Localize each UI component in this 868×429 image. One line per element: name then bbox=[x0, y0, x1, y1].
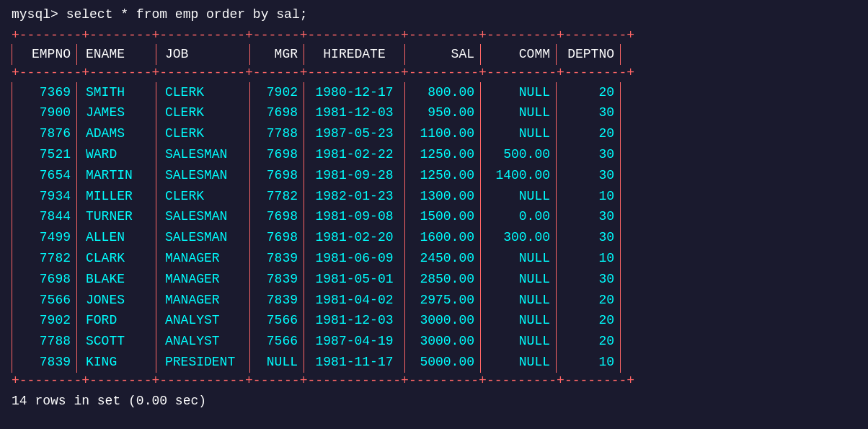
table-row: 7499ALLENSALESMAN76981981-02-201600.0030… bbox=[12, 227, 856, 248]
cell-empno: 7876 bbox=[12, 123, 76, 144]
cell-comm: NULL bbox=[480, 82, 556, 103]
cell-comm: NULL bbox=[480, 331, 556, 352]
cell-mgr: 7698 bbox=[249, 206, 304, 227]
cell-mgr: 7839 bbox=[249, 248, 304, 269]
cell-mgr: 7698 bbox=[249, 165, 304, 186]
cell-sal: 1250.00 bbox=[404, 144, 480, 165]
cell-empno: 7698 bbox=[12, 269, 76, 290]
cell-comm: NULL bbox=[480, 269, 556, 290]
cell-mgr: 7839 bbox=[249, 290, 304, 311]
cell-empno: 7566 bbox=[12, 290, 76, 311]
cell-sal: 2975.00 bbox=[404, 290, 480, 311]
cell-hiredate: 1981-02-22 bbox=[304, 144, 404, 165]
table-row: 7521WARDSALESMAN76981981-02-221250.00500… bbox=[12, 144, 856, 165]
cell-job: CLERK bbox=[156, 82, 249, 103]
cell-ename: KING bbox=[76, 352, 156, 373]
cell-mgr: 7839 bbox=[249, 269, 304, 290]
cell-hiredate: 1980-12-17 bbox=[304, 82, 404, 103]
cell-mgr: 7788 bbox=[249, 123, 304, 144]
cell-comm: 1400.00 bbox=[480, 165, 556, 186]
cell-job: CLERK bbox=[156, 102, 249, 123]
table-row: 7900JAMESCLERK76981981-12-03950.00NULL30 bbox=[12, 102, 856, 123]
terminal-window: mysql> select * from emp order by sal; +… bbox=[12, 7, 856, 408]
cell-comm: 300.00 bbox=[480, 227, 556, 248]
cell-job: SALESMAN bbox=[156, 206, 249, 227]
cell-ename: BLAKE bbox=[76, 269, 156, 290]
cell-empno: 7782 bbox=[12, 248, 76, 269]
cell-ename: ALLEN bbox=[76, 227, 156, 248]
cell-ename: WARD bbox=[76, 144, 156, 165]
cell-job: MANAGER bbox=[156, 248, 249, 269]
header-sal: SAL bbox=[404, 44, 480, 65]
cell-comm: 500.00 bbox=[480, 144, 556, 165]
bottom-divider: +--------+--------+-----------+------+--… bbox=[12, 373, 856, 389]
cell-deptno: 10 bbox=[556, 248, 621, 269]
header-mgr: MGR bbox=[249, 44, 304, 65]
cell-deptno: 30 bbox=[556, 206, 621, 227]
cell-mgr: 7902 bbox=[249, 82, 304, 103]
cell-ename: FORD bbox=[76, 310, 156, 331]
cell-ename: SMITH bbox=[76, 82, 156, 103]
header-hiredate: HIREDATE bbox=[304, 44, 404, 65]
cell-hiredate: 1987-04-19 bbox=[304, 331, 404, 352]
cell-hiredate: 1981-05-01 bbox=[304, 269, 404, 290]
table-row: 7876ADAMSCLERK77881987-05-231100.00NULL2… bbox=[12, 123, 856, 144]
cell-job: MANAGER bbox=[156, 269, 249, 290]
cell-hiredate: 1981-09-28 bbox=[304, 165, 404, 186]
cell-hiredate: 1981-09-08 bbox=[304, 206, 404, 227]
header-empno: EMPNO bbox=[12, 44, 76, 65]
cell-job: ANALYST bbox=[156, 310, 249, 331]
table-row: 7566JONESMANAGER78391981-04-022975.00NUL… bbox=[12, 290, 856, 311]
table-row: 7839KINGPRESIDENTNULL1981-11-175000.00NU… bbox=[12, 352, 856, 373]
table-row: 7902FORDANALYST75661981-12-033000.00NULL… bbox=[12, 310, 856, 331]
cell-deptno: 20 bbox=[556, 310, 621, 331]
header-divider: +--------+--------+-----------+------+--… bbox=[12, 65, 856, 81]
cell-job: SALESMAN bbox=[156, 144, 249, 165]
header-ename: ENAME bbox=[76, 44, 156, 65]
header-deptno: DEPTNO bbox=[556, 44, 621, 65]
cell-mgr: 7566 bbox=[249, 331, 304, 352]
footer: 14 rows in set (0.00 sec) bbox=[12, 394, 856, 408]
cell-sal: 2850.00 bbox=[404, 269, 480, 290]
cell-job: ANALYST bbox=[156, 331, 249, 352]
cell-empno: 7499 bbox=[12, 227, 76, 248]
cell-job: PRESIDENT bbox=[156, 352, 249, 373]
table-row: 7654MARTINSALESMAN76981981-09-281250.001… bbox=[12, 165, 856, 186]
cell-mgr: 7698 bbox=[249, 102, 304, 123]
cell-mgr: 7698 bbox=[249, 144, 304, 165]
cell-hiredate: 1981-12-03 bbox=[304, 102, 404, 123]
cell-job: SALESMAN bbox=[156, 165, 249, 186]
cell-mgr: 7698 bbox=[249, 227, 304, 248]
cell-sal: 1600.00 bbox=[404, 227, 480, 248]
cell-deptno: 20 bbox=[556, 331, 621, 352]
cell-deptno: 10 bbox=[556, 352, 621, 373]
cell-comm: NULL bbox=[480, 290, 556, 311]
cell-empno: 7521 bbox=[12, 144, 76, 165]
command-line: mysql> select * from emp order by sal; bbox=[12, 7, 856, 22]
table-body: 7369SMITHCLERK79021980-12-17800.00NULL20… bbox=[12, 82, 856, 373]
cell-empno: 7844 bbox=[12, 206, 76, 227]
cell-deptno: 20 bbox=[556, 290, 621, 311]
cell-ename: MILLER bbox=[76, 186, 156, 207]
cell-comm: 0.00 bbox=[480, 206, 556, 227]
cell-sal: 1500.00 bbox=[404, 206, 480, 227]
cell-comm: NULL bbox=[480, 352, 556, 373]
cell-ename: CLARK bbox=[76, 248, 156, 269]
cell-deptno: 30 bbox=[556, 269, 621, 290]
cell-hiredate: 1981-04-02 bbox=[304, 290, 404, 311]
cell-job: SALESMAN bbox=[156, 227, 249, 248]
cell-sal: 2450.00 bbox=[404, 248, 480, 269]
cell-sal: 3000.00 bbox=[404, 331, 480, 352]
cell-ename: TURNER bbox=[76, 206, 156, 227]
cell-ename: JAMES bbox=[76, 102, 156, 123]
cell-job: CLERK bbox=[156, 186, 249, 207]
cell-ename: SCOTT bbox=[76, 331, 156, 352]
cell-hiredate: 1981-11-17 bbox=[304, 352, 404, 373]
cell-empno: 7839 bbox=[12, 352, 76, 373]
cell-job: MANAGER bbox=[156, 290, 249, 311]
cell-sal: 1300.00 bbox=[404, 186, 480, 207]
cell-deptno: 30 bbox=[556, 102, 621, 123]
cell-ename: MARTIN bbox=[76, 165, 156, 186]
cell-hiredate: 1981-02-20 bbox=[304, 227, 404, 248]
table-row: 7844TURNERSALESMAN76981981-09-081500.000… bbox=[12, 206, 856, 227]
